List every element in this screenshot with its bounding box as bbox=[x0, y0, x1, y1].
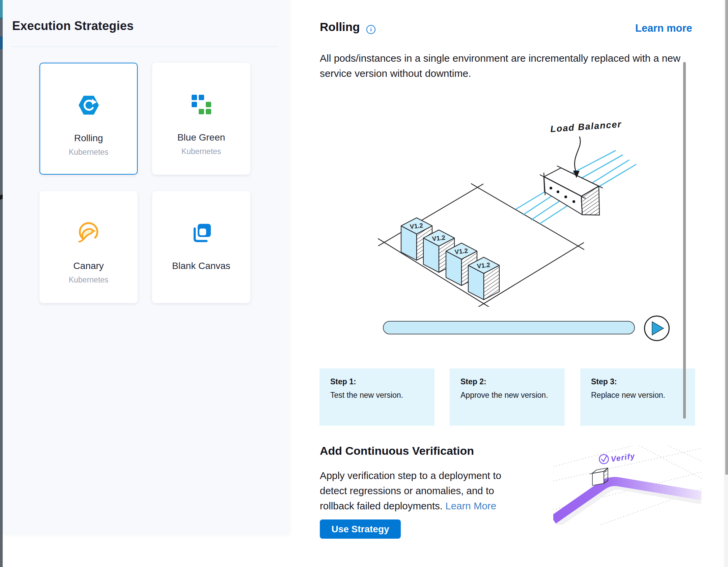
nav-sliver-header-line bbox=[0, 18, 3, 19]
strategy-name: Canary bbox=[73, 261, 104, 271]
strategy-card-blank-canvas[interactable]: Blank Canvas bbox=[152, 191, 250, 303]
learn-more-link[interactable]: Learn more bbox=[635, 22, 692, 34]
strategy-name: Rolling bbox=[74, 133, 103, 144]
cv-section-body: Apply verification step to a deployment … bbox=[320, 468, 527, 513]
title-divider bbox=[12, 47, 278, 47]
step-title: Step 2: bbox=[460, 377, 558, 386]
strategy-detail-title: Rolling bbox=[320, 20, 360, 34]
rolling-icon bbox=[78, 94, 99, 117]
page-scrollbar-track[interactable] bbox=[724, 0, 728, 567]
step-description: Approve the new version. bbox=[460, 391, 558, 400]
strategy-name: Blue Green bbox=[177, 132, 225, 143]
blank-canvas-icon bbox=[191, 221, 212, 244]
play-icon bbox=[651, 321, 665, 336]
strategy-tech: Kubernetes bbox=[181, 147, 221, 156]
nav-sliver-selected-item bbox=[0, 36, 3, 49]
annotation-arrow bbox=[575, 137, 580, 173]
verify-label: Verify bbox=[610, 451, 636, 464]
strategy-card-rolling[interactable]: Rolling Kubernetes bbox=[39, 63, 138, 175]
play-button[interactable] bbox=[644, 316, 670, 341]
info-icon[interactable]: i bbox=[366, 25, 375, 34]
use-strategy-button[interactable]: Use Strategy bbox=[320, 519, 401, 539]
page-scrollbar-thumb[interactable] bbox=[725, 0, 728, 475]
background-nav-sliver bbox=[0, 0, 3, 567]
nav-sliver-mark bbox=[0, 195, 3, 200]
content-scrollbar-thumb[interactable] bbox=[683, 62, 686, 419]
blue-green-icon bbox=[192, 93, 211, 116]
step-card-3: Step 3: Replace new version. bbox=[580, 368, 695, 426]
step-title: Step 3: bbox=[591, 377, 689, 386]
step-title: Step 1: bbox=[330, 377, 428, 386]
cube-version-label: V1.2 bbox=[454, 247, 468, 256]
cube-version-label: V1.2 bbox=[432, 234, 446, 242]
page-title: Execution Strategies bbox=[12, 19, 134, 33]
cv-learn-more-link[interactable]: Learn More bbox=[445, 500, 496, 511]
cube-version-label: V1.2 bbox=[477, 261, 491, 270]
step-description: Test the new version. bbox=[330, 391, 428, 400]
nav-sliver-header bbox=[0, 0, 3, 18]
step-description: Replace new version. bbox=[591, 391, 689, 400]
cube-version-label: V1.2 bbox=[410, 222, 423, 230]
verify-illustration: Verify bbox=[553, 446, 702, 526]
canary-icon bbox=[78, 221, 100, 244]
execution-strategies-panel: Execution Strategies Rolling Kubernetes bbox=[3, 0, 288, 535]
step-card-1: Step 1: Test the new version. bbox=[319, 368, 435, 426]
strategy-tech: Kubernetes bbox=[69, 275, 109, 285]
strategy-card-canary[interactable]: Canary Kubernetes bbox=[39, 191, 138, 303]
strategy-cards: Rolling Kubernetes Blue Green Kubern bbox=[39, 63, 250, 303]
strategy-description: All pods/instances in a single environme… bbox=[320, 51, 684, 81]
step-card-2: Step 2: Approve the new version. bbox=[450, 368, 565, 426]
rolling-deployment-illustration: V1.2 V1.2 V1.2 V1.2 Load Balancer bbox=[378, 115, 641, 308]
load-balancer-label: Load Balancer bbox=[550, 119, 622, 134]
strategy-card-blue-green[interactable]: Blue Green Kubernetes bbox=[152, 63, 250, 175]
strategy-tech: Kubernetes bbox=[69, 148, 109, 157]
strategy-name: Blank Canvas bbox=[172, 261, 230, 271]
execution-strategies-screen: Execution Strategies Rolling Kubernetes bbox=[0, 0, 728, 567]
animation-progress-bar bbox=[383, 321, 635, 334]
cv-section-title: Add Continuous Verification bbox=[320, 444, 474, 457]
